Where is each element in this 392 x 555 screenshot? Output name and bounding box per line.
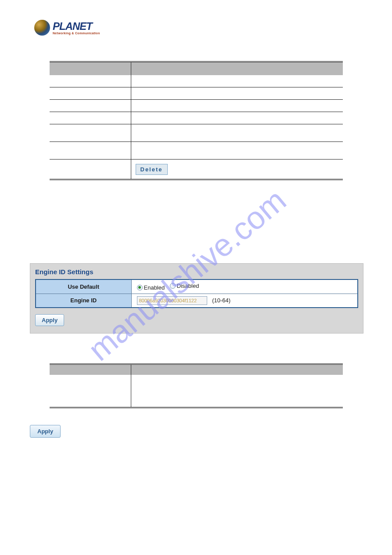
settings-table-2 [50, 363, 343, 408]
brand-name: PLANET [53, 21, 100, 32]
engine-id-hint: (10-64) [212, 297, 230, 304]
engine-id-input[interactable] [137, 296, 207, 305]
brand-tagline: Networking & Communication [53, 32, 100, 35]
panel-title: Engine ID Settings [35, 268, 358, 276]
engine-id-label: Engine ID [36, 294, 131, 308]
use-default-disabled-radio[interactable]: Disabled [170, 283, 199, 289]
use-default-label: Use Default [36, 279, 131, 294]
brand-logo: PLANET Networking & Communication [34, 20, 100, 36]
apply-button[interactable]: Apply [30, 425, 61, 438]
engine-id-settings-panel: Engine ID Settings Use Default Enabled D… [30, 263, 363, 334]
radio-label-enabled: Enabled [144, 284, 165, 291]
apply-button-panel[interactable]: Apply [35, 314, 64, 326]
use-default-enabled-radio[interactable]: Enabled [137, 284, 165, 291]
globe-icon [34, 20, 50, 36]
delete-button[interactable]: Delete [136, 164, 168, 175]
settings-table-1: Delete [50, 61, 343, 180]
engine-id-form: Use Default Enabled Disabled Engine ID (… [35, 279, 358, 308]
radio-label-disabled: Disabled [177, 283, 199, 289]
